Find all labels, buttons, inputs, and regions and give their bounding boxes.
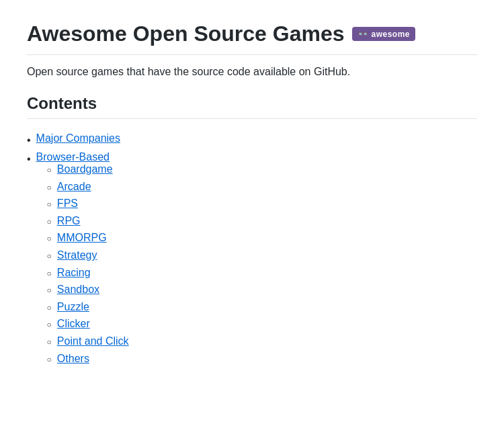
circle-bullet-icon: ○ [47, 335, 52, 350]
strategy-link[interactable]: Strategy [57, 249, 97, 261]
others-link[interactable]: Others [57, 353, 89, 365]
clicker-link[interactable]: Clicker [57, 318, 90, 330]
list-item: • Major Companies [27, 132, 477, 148]
list-item: ○ Arcade [36, 181, 129, 196]
badge-text: awesome [371, 30, 410, 39]
bullet-icon: • [27, 151, 31, 167]
circle-bullet-icon: ○ [47, 181, 52, 196]
major-companies-link[interactable]: Major Companies [36, 132, 120, 144]
circle-bullet-icon: ○ [47, 301, 52, 316]
list-item: ○ Sandbox [36, 284, 129, 298]
arcade-link[interactable]: Arcade [57, 181, 91, 193]
boardgame-link[interactable]: Boardgame [57, 163, 113, 175]
circle-bullet-icon: ○ [47, 353, 52, 368]
browser-based-section: Browser-Based ○ Boardgame ○ Arcade ○ FPS… [36, 151, 129, 370]
list-item: ○ Puzzle [36, 301, 129, 316]
point-and-click-link[interactable]: Point and Click [57, 335, 129, 347]
circle-bullet-icon: ○ [47, 318, 52, 333]
circle-bullet-icon: ○ [47, 198, 52, 212]
circle-bullet-icon: ○ [47, 232, 52, 247]
list-item: ○ MMORPG [36, 232, 129, 247]
list-item: ○ Racing [36, 267, 129, 282]
sandbox-link[interactable]: Sandbox [57, 284, 99, 296]
page-header: Awesome Open Source Games 👓 awesome [27, 22, 477, 55]
list-item: ○ Boardgame [36, 163, 129, 178]
list-item: ○ Strategy [36, 249, 129, 264]
contents-list: • Major Companies • Browser-Based ○ Boar… [27, 127, 477, 378]
fps-link[interactable]: FPS [57, 198, 78, 210]
awesome-badge: 👓 awesome [352, 27, 415, 41]
puzzle-link[interactable]: Puzzle [57, 301, 89, 313]
list-item: ○ RPG [36, 215, 129, 230]
list-item: ○ Clicker [36, 318, 129, 333]
circle-bullet-icon: ○ [47, 249, 52, 264]
description: Open source games that have the source c… [27, 66, 477, 78]
bullet-icon: • [27, 132, 31, 148]
badge-icon: 👓 [358, 29, 368, 39]
page-title: Awesome Open Source Games [27, 22, 344, 46]
circle-bullet-icon: ○ [47, 267, 52, 282]
rpg-link[interactable]: RPG [57, 215, 81, 227]
list-item: ○ Others [36, 353, 129, 368]
circle-bullet-icon: ○ [47, 284, 52, 298]
circle-bullet-icon: ○ [47, 163, 52, 178]
racing-link[interactable]: Racing [57, 267, 91, 279]
sub-list: ○ Boardgame ○ Arcade ○ FPS ○ RPG ○ MMO [36, 163, 129, 367]
list-item: ○ FPS [36, 198, 129, 212]
list-item: • Browser-Based ○ Boardgame ○ Arcade ○ F… [27, 151, 477, 370]
mmorpg-link[interactable]: MMORPG [57, 232, 107, 244]
list-item: ○ Point and Click [36, 335, 129, 350]
browser-based-link[interactable]: Browser-Based [36, 151, 110, 163]
contents-heading: Contents [27, 94, 477, 119]
circle-bullet-icon: ○ [47, 215, 52, 230]
